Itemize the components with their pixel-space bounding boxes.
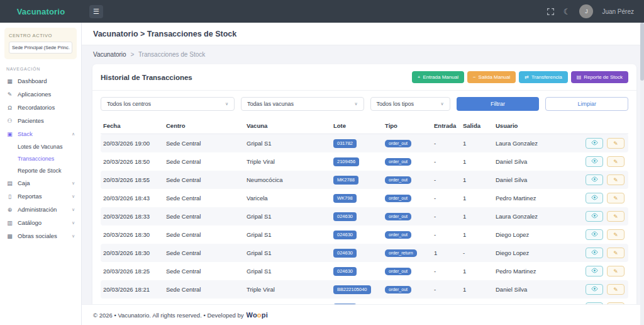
sidebar-item-label: Pacientes: [18, 117, 44, 124]
edit-button[interactable]: ✎: [607, 248, 625, 258]
cell-usuario: Diego Lopez: [493, 225, 567, 244]
sidebar-item-caja[interactable]: ▤Caja∨: [0, 176, 81, 190]
table-row: 20/03/2026 18:25Sede CentralGripal S1024…: [101, 262, 628, 280]
lote-badge: MK2788: [333, 176, 358, 185]
cell-tipo: order_return: [382, 244, 431, 262]
reporte-de-stock-button[interactable]: ▤Reporte de Stock: [571, 71, 628, 83]
woopi-letter: o: [253, 311, 257, 319]
fullscreen-icon[interactable]: [547, 8, 555, 16]
chevron-down-icon: ∨: [354, 101, 357, 106]
lote-badge: WK798: [333, 194, 357, 203]
sidebar-item-stack[interactable]: ▣Stack∧: [0, 127, 81, 140]
cell-actions: ✎: [567, 152, 628, 171]
sidebar-item-label: Dashboard: [18, 77, 47, 84]
vaccines-filter-select[interactable]: Todas las vacunas ∨: [241, 97, 364, 111]
view-button[interactable]: [586, 174, 603, 185]
eye-icon: [591, 140, 598, 147]
scrollbar-thumb[interactable]: [640, 23, 644, 81]
edit-button[interactable]: ✎: [607, 284, 625, 295]
action-button-label: Salida Manual: [479, 74, 511, 80]
tipo-badge: order_return: [385, 249, 417, 257]
active-center-select[interactable]: Sede Principal (Sede Princ.: [9, 42, 72, 54]
column-header-centro: Centro: [164, 118, 244, 134]
view-button[interactable]: [586, 211, 603, 222]
sidebar-subitem-transacciones[interactable]: Transacciones: [0, 152, 81, 164]
breadcrumb: Vacunatorio > Transacciones de Stock: [82, 45, 644, 63]
view-button[interactable]: [586, 266, 603, 277]
sidebar-subitem-reporte-de-stock[interactable]: Reporte de Stock: [0, 164, 81, 176]
sidebar-item-label: Stack: [18, 130, 33, 137]
tipo-badge: order_out: [385, 213, 411, 220]
breadcrumb-separator: >: [130, 51, 134, 58]
edit-button[interactable]: ✎: [607, 174, 625, 185]
cell-entrada: -: [431, 189, 460, 207]
centers-filter-select[interactable]: Todos los centros ∨: [101, 97, 235, 111]
sidebar-item-dashboard[interactable]: ▦Dashboard: [0, 74, 81, 88]
scrollbar[interactable]: [640, 23, 644, 325]
eye-icon: [591, 286, 598, 293]
types-filter-select[interactable]: Todos los tipos ∨: [370, 97, 450, 111]
entrada-manual-button[interactable]: +Entrada Manual: [412, 71, 464, 83]
sidebar-item-pacientes[interactable]: ⚇Pacientes: [0, 114, 81, 127]
lote-badge: 024630: [333, 212, 357, 221]
cell-vacuna: Gripal S1: [244, 207, 331, 225]
sidebar-item-aplicaciones[interactable]: ✎Aplicaciones: [0, 88, 81, 101]
dark-mode-moon-icon[interactable]: ☾: [564, 7, 571, 16]
woopi-letter: W: [247, 311, 253, 319]
sidebar-item-obras-sociales[interactable]: ▩Obras sociales∨: [0, 229, 81, 242]
sidebar-item-catalogo[interactable]: ▥Catálogo∨: [0, 216, 81, 229]
cell-entrada: -: [431, 280, 460, 299]
edit-button[interactable]: ✎: [607, 156, 625, 167]
cell-entrada: -: [431, 152, 460, 171]
edit-button[interactable]: ✎: [607, 138, 625, 149]
sidebar-item-administracion[interactable]: ⊕Administración∨: [0, 203, 81, 216]
edit-button[interactable]: ✎: [607, 266, 625, 277]
sidebar-item-reportas[interactable]: ▯Reportas∨: [0, 190, 81, 203]
view-button[interactable]: [586, 229, 603, 240]
sidebar-item-recordatorios[interactable]: ΩRecordatorios: [0, 101, 81, 114]
action-button-label: Transferencia: [531, 74, 562, 80]
cell-actions: ✎: [567, 207, 628, 225]
woopi-letter: p: [262, 311, 266, 319]
sidebar-subitem-lotes-de-vacunas[interactable]: Lotes de Vacunas: [0, 140, 81, 152]
cell-tipo: order_out: [382, 280, 431, 299]
chevron-down-icon: ∨: [72, 220, 75, 225]
lote-badge: 024630: [333, 249, 357, 258]
sidebar-item-label: Administración: [18, 206, 57, 213]
view-button[interactable]: [586, 138, 603, 149]
column-header-tipo: Tipo: [382, 118, 431, 134]
cell-centro: Sede Central: [164, 189, 244, 207]
edit-button[interactable]: ✎: [607, 229, 625, 240]
user-name[interactable]: Juan Pérez: [602, 8, 634, 15]
transferencia-button[interactable]: ⇄Transferencia: [519, 71, 567, 83]
cell-usuario: Diego Lopez: [493, 244, 567, 262]
woopi-letter: o: [257, 311, 262, 319]
filter-button[interactable]: Filtrar: [457, 97, 540, 111]
app-logo[interactable]: Vacunatorio: [0, 7, 82, 16]
edit-button[interactable]: ✎: [607, 193, 625, 203]
chevron-down-icon: ∨: [72, 234, 75, 239]
cell-salida: 1: [460, 152, 493, 171]
cell-centro: Sede Central: [164, 152, 244, 171]
breadcrumb-home-link[interactable]: Vacunatorio: [93, 51, 126, 58]
eye-icon: [591, 213, 598, 220]
transfer-icon: ⇄: [525, 74, 529, 80]
view-button[interactable]: [586, 156, 603, 167]
view-button[interactable]: [586, 284, 603, 295]
hamburger-menu-icon[interactable]: ☰: [89, 5, 103, 18]
cell-usuario: Daniel Silva: [493, 280, 567, 299]
avatar[interactable]: J: [579, 4, 593, 18]
view-button[interactable]: [586, 248, 603, 258]
column-header-actions: [567, 118, 628, 134]
pencil-icon: ✎: [613, 268, 618, 275]
sidebar-item-label: Caja: [18, 180, 30, 186]
bell-icon: Ω: [6, 105, 13, 111]
chevron-up-icon: ∧: [72, 132, 75, 137]
salida-manual-button[interactable]: −Salida Manual: [467, 71, 516, 83]
woopi-logo[interactable]: Woopi: [247, 311, 268, 319]
edit-button[interactable]: ✎: [607, 211, 625, 222]
cell-salida: -: [460, 244, 493, 262]
clear-button[interactable]: Limpiar: [545, 97, 628, 111]
view-button[interactable]: [586, 193, 603, 203]
cell-lote: 031782: [331, 134, 382, 153]
